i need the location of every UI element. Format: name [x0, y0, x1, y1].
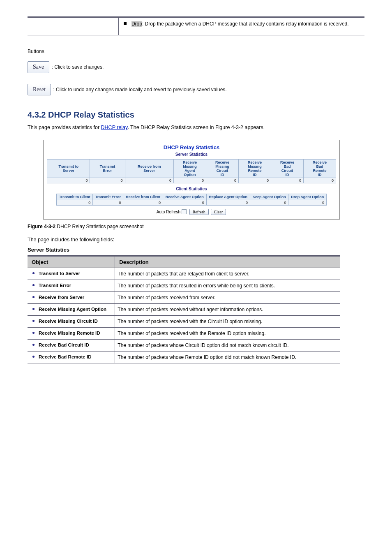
bullet-icon [32, 296, 35, 298]
table-row: Transmit ErrorThe number of packets that… [28, 280, 340, 292]
table-row: Receive Missing Circuit IDThe number of … [28, 316, 340, 328]
bullet-icon [32, 320, 35, 322]
table-row: Receive Missing Remote IDThe number of p… [28, 328, 340, 340]
client-val: 0 [123, 200, 163, 206]
server-val: 0 [206, 178, 238, 183]
col-description: Description [115, 256, 340, 268]
bullet-icon [32, 344, 35, 346]
refresh-button[interactable]: Refresh [189, 209, 209, 215]
client-col: Transmit Error [93, 194, 123, 200]
field-desc: The number of packets whose Circuit ID o… [115, 340, 340, 352]
table-row: Receive Bad Remote IDThe number of packe… [28, 352, 340, 364]
client-col: Replace Agent Option [206, 194, 250, 200]
drop-option-label: Drop [131, 21, 142, 27]
client-val: 0 [93, 200, 123, 206]
table-row: Receive Missing Agent OptionThe number o… [28, 304, 340, 316]
auto-refresh-checkbox[interactable] [182, 209, 187, 214]
server-col: ReceiveMissingAgentOption [173, 160, 206, 178]
client-col: Transmit to Client [57, 194, 93, 200]
drop-option-desc: : Drop the package when a DHCP message t… [142, 21, 349, 27]
field-desc: The number of packets received with the … [115, 316, 340, 328]
server-col: Receive fromServer [125, 160, 173, 178]
field-object: Transmit Error [28, 280, 115, 292]
server-val: 0 [90, 178, 125, 183]
server-stats-table: Transmit toServerTransmitErrorReceive fr… [47, 159, 336, 183]
table-row: Receive from ServerThe number of packets… [28, 292, 340, 304]
reset-button[interactable]: Reset [28, 84, 51, 95]
server-stats-heading: Server Statistics [28, 247, 364, 253]
server-val: 0 [173, 178, 206, 183]
bullet-icon [32, 308, 35, 310]
field-desc: The number of packets received without a… [115, 304, 340, 316]
client-val: 0 [250, 200, 288, 206]
table-row: Receive Bad Circuit IDThe number of pack… [28, 340, 340, 352]
client-stats-table: Transmit to ClientTransmit ErrorReceive … [56, 194, 327, 206]
server-col: ReceiveMissingCircuitID [206, 160, 238, 178]
field-desc: The number of packets that are relayed f… [115, 268, 340, 280]
field-desc: The number of packets received from serv… [115, 292, 340, 304]
server-val: 0 [47, 178, 90, 183]
dhcp-relay-link[interactable]: DHCP relay [101, 125, 128, 130]
server-val: 0 [238, 178, 271, 183]
fields-description-table: Object Description Transmit to ServerThe… [28, 255, 340, 364]
field-object: Receive Bad Remote ID [28, 352, 115, 364]
server-col: ReceiveBadCircuitID [271, 160, 303, 178]
section-body: This page provides statistics for DHCP r… [28, 124, 364, 132]
server-col: TransmitError [90, 160, 125, 178]
shot-subtitle-client: Client Statistics [44, 187, 339, 191]
field-object: Receive from Server [28, 292, 115, 304]
client-val: 0 [206, 200, 250, 206]
client-val: 0 [288, 200, 327, 206]
table-row: Transmit to ServerThe number of packets … [28, 268, 340, 280]
client-val: 0 [163, 200, 206, 206]
bullet-icon [32, 272, 35, 274]
server-col: ReceiveBadRemoteID [303, 160, 336, 178]
save-button[interactable]: Save [28, 61, 49, 73]
bullet-icon [32, 356, 35, 358]
bullet-icon [32, 284, 35, 286]
server-val: 0 [125, 178, 173, 183]
col-object: Object [28, 256, 115, 268]
save-desc: : Click to save changes. [52, 64, 104, 70]
client-col: Receive Agent Option [163, 194, 206, 200]
client-col: Keep Agent Option [250, 194, 288, 200]
server-col: ReceiveMissingRemoteID [238, 160, 271, 178]
server-val: 0 [303, 178, 336, 183]
auto-refresh-label: Auto Refresh [157, 210, 180, 214]
field-desc: The number of packets that resulted in e… [115, 280, 340, 292]
shot-title: DHCP Relay Statistics [44, 144, 339, 150]
server-val: 0 [271, 178, 303, 183]
bullet-icon [32, 332, 35, 334]
desc-intro: The page includes the following fields: [28, 237, 364, 243]
square-bullet-icon [124, 22, 127, 25]
field-object: Receive Missing Circuit ID [28, 316, 115, 328]
client-val: 0 [57, 200, 93, 206]
field-object: Receive Missing Remote ID [28, 328, 115, 340]
field-desc: The number of packets received with the … [115, 328, 340, 340]
field-object: Receive Missing Agent Option [28, 304, 115, 316]
client-col: Receive from Client [123, 194, 163, 200]
reset-desc: : Click to undo any changes made locally… [53, 87, 226, 92]
relay-info-policy-row: Drop: Drop the package when a DHCP messa… [28, 16, 364, 36]
buttons-heading: Buttons [28, 48, 364, 56]
server-col: Transmit toServer [47, 160, 90, 178]
section-heading: 4.3.2 DHCP Relay Statistics [28, 110, 364, 120]
dhcp-relay-stats-screenshot: DHCP Relay Statistics Server Statistics … [43, 140, 340, 220]
figure-caption: Figure 4-3-2 DHCP Relay Statistics page … [28, 224, 364, 229]
clear-button[interactable]: Clear [211, 209, 226, 215]
field-desc: The number of packets whose Remote ID op… [115, 352, 340, 364]
shot-subtitle-server: Server Statistics [44, 152, 339, 157]
client-col: Drop Agent Option [288, 194, 327, 200]
field-object: Transmit to Server [28, 268, 115, 280]
field-object: Receive Bad Circuit ID [28, 340, 115, 352]
